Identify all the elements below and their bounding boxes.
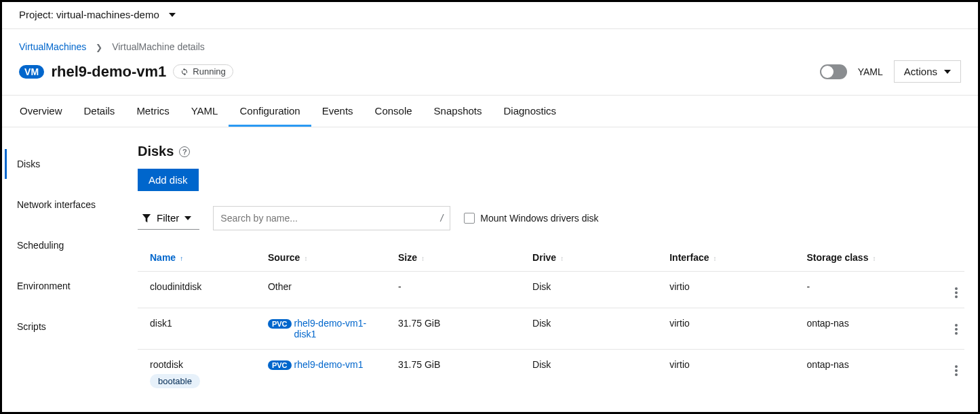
status-badge: Running	[173, 64, 233, 79]
project-label: Project: virtual-machines-demo	[19, 9, 159, 20]
disk-drive: Disk	[526, 350, 663, 398]
pvc-link[interactable]: rhel9-demo-vm1-disk1	[294, 318, 383, 339]
table-row: cloudinitdiskOther-Diskvirtio-	[138, 272, 964, 308]
tab-snapshots[interactable]: Snapshots	[423, 96, 493, 127]
col-header-size[interactable]: Size↕	[391, 244, 526, 272]
disk-name: rootdisk	[150, 359, 254, 370]
status-text: Running	[193, 66, 225, 77]
search-input-wrap: /	[213, 206, 450, 230]
col-header-interface[interactable]: Interface↕	[663, 244, 800, 272]
col-header-source[interactable]: Source↕	[261, 244, 391, 272]
kebab-icon	[955, 324, 958, 335]
page-title: rhel9-demo-vm1	[51, 63, 166, 81]
add-disk-button[interactable]: Add disk	[138, 169, 199, 191]
tab-events[interactable]: Events	[311, 96, 364, 127]
tab-console[interactable]: Console	[364, 96, 423, 127]
caret-down-icon	[184, 216, 191, 220]
disk-drive: Disk	[526, 272, 663, 308]
sort-icon: ↕	[560, 255, 564, 262]
disk-class: -	[800, 272, 937, 308]
row-actions-kebab[interactable]	[937, 272, 964, 308]
caret-down-icon	[944, 70, 951, 74]
filter-button[interactable]: Filter	[138, 207, 199, 230]
breadcrumb-root-link[interactable]: VirtualMachines	[19, 41, 86, 52]
disk-iface: virtio	[663, 272, 800, 308]
disk-class: ontap-nas	[800, 308, 937, 350]
actions-label: Actions	[904, 66, 937, 77]
sort-icon: ↕	[304, 255, 307, 262]
help-icon[interactable]: ?	[179, 146, 190, 157]
breadcrumb-current: VirtualMachine details	[112, 41, 205, 52]
kebab-icon	[955, 365, 958, 376]
disk-name: disk1	[150, 318, 254, 329]
tab-details[interactable]: Details	[73, 96, 126, 127]
sort-icon: ↕	[872, 255, 876, 262]
col-header-class[interactable]: Storage class↕	[800, 244, 937, 272]
checkbox-icon	[464, 213, 475, 224]
sort-asc-icon: ↑	[180, 255, 183, 262]
table-row: disk1PVCrhel9-demo-vm1-disk131.75 GiBDis…	[138, 308, 964, 350]
section-title: Disks	[138, 144, 174, 159]
disk-class: ontap-nas	[800, 350, 937, 398]
col-header-name[interactable]: Name↑	[138, 244, 261, 272]
search-input[interactable]	[214, 207, 433, 229]
actions-menu-button[interactable]: Actions	[894, 60, 961, 83]
table-row: rootdiskbootablePVCrhel9-demo-vm131.75 G…	[138, 350, 964, 398]
sidebar-item-environment[interactable]: Environment	[5, 271, 124, 301]
chevron-right-icon: ❯	[96, 43, 102, 52]
sort-icon: ↕	[421, 255, 425, 262]
sort-icon: ↕	[713, 255, 717, 262]
tab-yaml[interactable]: YAML	[180, 96, 229, 127]
disk-source: Other	[268, 281, 292, 292]
bootable-chip: bootable	[150, 374, 200, 388]
disk-size: -	[391, 272, 526, 308]
sync-icon	[180, 68, 189, 76]
col-header-drive[interactable]: Drive↕	[526, 244, 663, 272]
row-actions-kebab[interactable]	[937, 350, 964, 398]
tabs: Overview Details Metrics YAML Configurat…	[2, 96, 978, 127]
vm-badge: VM	[19, 65, 44, 79]
tab-overview[interactable]: Overview	[9, 96, 73, 127]
disk-size: 31.75 GiB	[391, 350, 526, 398]
pvc-badge: PVC	[268, 319, 292, 329]
disk-drive: Disk	[526, 308, 663, 350]
sidebar-item-scripts[interactable]: Scripts	[5, 312, 124, 341]
sidebar-item-disks[interactable]: Disks	[5, 149, 124, 179]
search-shortcut: /	[433, 213, 450, 224]
tab-metrics[interactable]: Metrics	[125, 96, 180, 127]
disk-name: cloudinitdisk	[150, 281, 254, 292]
pvc-link[interactable]: rhel9-demo-vm1	[294, 359, 364, 370]
breadcrumb: VirtualMachines ❯ VirtualMachine details	[2, 29, 978, 52]
mount-drivers-label: Mount Windows drivers disk	[480, 213, 598, 224]
disk-size: 31.75 GiB	[391, 308, 526, 350]
kebab-icon	[955, 287, 958, 298]
yaml-toggle[interactable]	[820, 64, 847, 79]
row-actions-kebab[interactable]	[937, 308, 964, 350]
config-side-nav: Disks Network interfaces Scheduling Envi…	[2, 127, 124, 398]
caret-down-icon	[169, 13, 176, 17]
mount-drivers-checkbox[interactable]: Mount Windows drivers disk	[464, 213, 598, 224]
tab-diagnostics[interactable]: Diagnostics	[492, 96, 567, 127]
sidebar-item-nics[interactable]: Network interfaces	[5, 190, 124, 220]
toggle-knob	[821, 66, 834, 78]
sidebar-item-scheduling[interactable]: Scheduling	[5, 230, 124, 260]
filter-icon	[142, 213, 151, 223]
disk-iface: virtio	[663, 308, 800, 350]
tab-configuration[interactable]: Configuration	[229, 96, 311, 127]
disks-table: Name↑ Source↕ Size↕ Drive↕ Interface↕ St…	[138, 244, 964, 398]
pvc-badge: PVC	[268, 360, 292, 370]
filter-label: Filter	[157, 212, 179, 224]
disk-iface: virtio	[663, 350, 800, 398]
yaml-label: YAML	[858, 66, 883, 77]
project-selector[interactable]: Project: virtual-machines-demo	[19, 9, 176, 20]
